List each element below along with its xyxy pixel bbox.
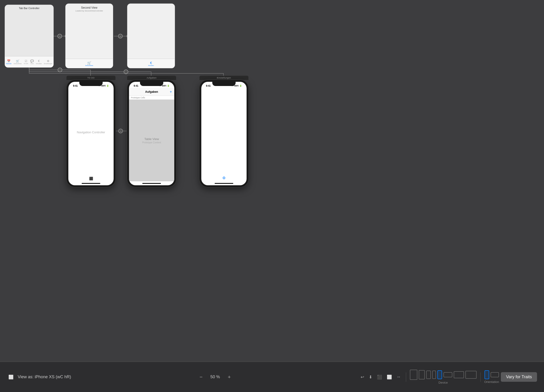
tab-kalender[interactable]: 📅 Kalender — [6, 59, 12, 64]
todo-ctrl-label: TO DO — [66, 76, 115, 80]
undo-btn[interactable]: ↩ — [359, 374, 366, 380]
third-view-container[interactable]: € Schulden — [127, 4, 175, 68]
zoom-level-label: 50 % — [208, 375, 222, 379]
status-time: 9:41 — [73, 85, 78, 87]
einst-status-time: 9:41 — [206, 85, 211, 87]
more-btn[interactable]: ↔ — [395, 374, 402, 380]
download-btn[interactable]: ⬇ — [367, 374, 374, 380]
zoom-in-btn[interactable]: + — [226, 373, 233, 381]
aufgaben-status-time: 9:41 — [134, 85, 138, 87]
einkauf-icon: 🛒 — [16, 59, 19, 63]
svg-point-8 — [58, 68, 62, 72]
device-group-label: Device — [438, 381, 448, 384]
svg-text:→: → — [120, 130, 122, 132]
prototype-cells-label: Prototype Cells — [129, 96, 174, 100]
tab-kalender-label: Kalender — [6, 63, 12, 64]
toolbar-right: ↩ ⬇ ⬛ ⬜ ↔ — [359, 370, 537, 384]
second-view-title: Second View — [68, 6, 111, 9]
svg-point-9 — [124, 70, 128, 74]
table-view-label: Table View — [144, 137, 159, 141]
todo-icon: ☑ — [25, 59, 27, 63]
ipad-pro-landscape-icon[interactable] — [465, 371, 477, 379]
tab-bar-controller-box[interactable]: Tab Bar Controller 📅 Kalender 🛒 Einkaufs… — [5, 5, 54, 68]
tab-bar-controller-title: Tab Bar Controller — [5, 5, 53, 12]
tab-chat[interactable]: 💬 Chat — [30, 59, 34, 64]
orientation-label: Orientation — [484, 380, 499, 384]
chat-icon: 💬 — [30, 59, 34, 63]
iphone-regular-icon[interactable] — [426, 371, 431, 379]
tab-todo[interactable]: ☑ TO DO — [24, 59, 28, 64]
svg-text:→: → — [119, 35, 122, 38]
svg-point-2 — [58, 34, 62, 38]
second-view-container[interactable]: Second View Loaded by SecondViewControll… — [65, 4, 113, 68]
ipad-medium-icon[interactable] — [419, 370, 425, 379]
device-icons — [410, 370, 477, 380]
wifi-icon: WiFi — [101, 85, 106, 87]
svg-point-6 — [118, 34, 123, 38]
kalender-icon: 📅 — [7, 59, 11, 63]
zoom-out-btn[interactable]: − — [198, 373, 204, 381]
todo-nav-container[interactable]: TO DO 9:41 ▪▪▪ WiFi 🔋 Navigation Control… — [66, 76, 115, 187]
schulden-icon: € — [38, 59, 40, 63]
tab-einkauf-label: Einkaufsliste — [14, 63, 22, 64]
einst-battery-icon: 🔋 — [239, 85, 242, 87]
toolbar-divider — [406, 372, 406, 382]
sidebar-toggle-btn[interactable]: ⬜ — [7, 374, 15, 380]
svg-point-12 — [118, 129, 123, 133]
aufgaben-nav-title: Aufgaben — [145, 90, 158, 93]
fit-btn[interactable]: ⬛ — [376, 374, 384, 380]
tab-einstellungen-label: Einstellungen — [44, 63, 52, 64]
device-selector-group: Device — [410, 370, 477, 384]
ipad-landscape-icon[interactable] — [454, 371, 464, 378]
tab-chat-label: Chat — [30, 63, 34, 64]
landscape-icon[interactable] — [491, 372, 499, 377]
iphone-landscape-icon[interactable] — [443, 372, 452, 377]
einstellungen-icon: ⚙ — [47, 59, 49, 63]
ipad-large-icon[interactable] — [410, 370, 417, 380]
aufgaben-wifi-icon: WiFi — [162, 85, 166, 87]
toolbar-center: − 50 % + — [71, 373, 359, 381]
nav-ctrl-bottom-icon: ⬛ — [89, 177, 93, 180]
table-view-sublabel: Prototype Content — [142, 141, 161, 144]
aufgaben-container[interactable]: Aufgaben 9:41 ▪▪▪ WiFi 🔋 Aufgaben + Prot… — [127, 76, 176, 187]
storyboard-canvas: → → → Tab Bar Controller 📅 Kalender — [0, 0, 544, 378]
tab-schulden-label: Schulden — [36, 63, 42, 64]
iphone-slim-icon[interactable] — [432, 371, 436, 379]
einst-wifi-icon: WiFi — [234, 85, 239, 87]
toolbar-left: ⬜ View as: iPhone XS (wC hR) — [7, 374, 71, 380]
view-as-label: View as: iPhone XS (wC hR) — [18, 375, 71, 379]
tab-todo-label: TO DO — [24, 63, 28, 64]
aufgaben-battery-icon: 🔋 — [167, 85, 170, 87]
aufgaben-ctrl-label: Aufgaben — [127, 76, 176, 80]
portrait-icon[interactable] — [485, 370, 489, 379]
table-view-area: Table View Prototype Content — [129, 100, 174, 181]
iphone-active-icon[interactable] — [438, 370, 442, 379]
zoom-fit-btn[interactable]: ⬜ — [385, 374, 393, 380]
einstellungen-ctrl-label: Einstellungen — [200, 76, 248, 80]
tab-einkauf[interactable]: 🛒 Einkaufsliste — [14, 59, 22, 64]
einst-gear-icon: ⚙ — [222, 176, 225, 180]
nav-ctrl-label: Navigation Controller — [77, 131, 105, 134]
second-view-sublabel: Loaded by SecondViewController — [68, 10, 111, 12]
svg-text:→: → — [59, 35, 61, 38]
tab-schulden[interactable]: € Schulden — [36, 59, 42, 64]
vary-for-traits-btn[interactable]: Vary for Traits — [501, 372, 537, 382]
aufgaben-plus-btn[interactable]: + — [170, 90, 172, 94]
orientation-divider — [480, 372, 480, 382]
battery-icon: 🔋 — [106, 85, 109, 87]
tab-einstellungen[interactable]: ⚙ Einstellungen — [44, 59, 52, 64]
bottom-toolbar: ⬜ View as: iPhone XS (wC hR) − 50 % + ↩ … — [0, 362, 544, 392]
einstellungen-container[interactable]: Einstellungen 9:41 ▪▪▪ WiFi 🔋 ⚙ — [200, 76, 248, 187]
orientation-group: Orientation — [484, 370, 499, 384]
